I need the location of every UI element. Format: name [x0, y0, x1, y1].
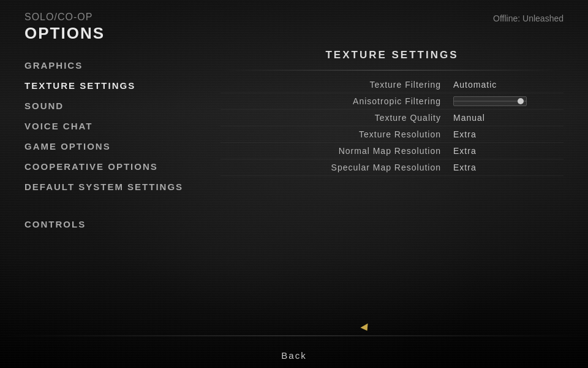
nav-item-controls[interactable]: CONTROLS [24, 214, 221, 234]
label-texture-filtering: Texture Filtering [221, 80, 453, 90]
offline-status: Offline: Unleashed [493, 13, 564, 23]
page-title: OPTIONS [24, 24, 105, 43]
setting-row-specular-map-resolution: Specular Map Resolution Extra [221, 159, 564, 176]
nav-item-cooperative-options[interactable]: COOPERATIVE OPTIONS [24, 156, 221, 177]
slider-thumb [518, 98, 524, 104]
nav-item-default-system-settings[interactable]: DEFAULT SYSTEM SETTINGS [24, 177, 221, 197]
setting-row-anisotropic-filtering: Anisotropic Filtering [221, 93, 564, 110]
value-normal-map-resolution[interactable]: Extra [453, 146, 564, 156]
value-anisotropic-filtering[interactable] [453, 96, 564, 106]
label-texture-resolution: Texture Resolution [221, 129, 453, 139]
solo-coop-label: SOLO/CO-OP [24, 11, 105, 23]
cursor [360, 323, 371, 333]
back-button[interactable]: Back [281, 350, 306, 361]
left-nav: GRAPHICS TEXTURE SETTINGS SOUND VOICE CH… [24, 49, 221, 234]
header: SOLO/CO-OP OPTIONS Offline: Unleashed [0, 0, 588, 43]
panel-divider [221, 70, 564, 71]
nav-item-graphics[interactable]: GRAPHICS [24, 55, 221, 75]
slider-track [454, 101, 526, 102]
panel-title: TEXTURE SETTINGS [221, 49, 564, 61]
nav-item-voice-chat[interactable]: VOICE CHAT [24, 116, 221, 136]
main-area: GRAPHICS TEXTURE SETTINGS SOUND VOICE CH… [0, 49, 588, 234]
label-specular-map-resolution: Specular Map Resolution [221, 163, 453, 172]
value-texture-quality[interactable]: Manual [453, 113, 564, 123]
right-panel: TEXTURE SETTINGS Texture Filtering Autom… [221, 49, 564, 234]
value-texture-resolution[interactable]: Extra [453, 129, 564, 139]
nav-item-texture-settings[interactable]: TEXTURE SETTINGS [24, 75, 221, 96]
setting-row-normal-map-resolution: Normal Map Resolution Extra [221, 143, 564, 159]
setting-row-texture-filtering: Texture Filtering Automatic [221, 77, 564, 93]
setting-row-texture-quality: Texture Quality Manual [221, 110, 564, 126]
title-block: SOLO/CO-OP OPTIONS [24, 11, 105, 43]
anisotropic-slider[interactable] [453, 96, 527, 106]
nav-item-sound[interactable]: SOUND [24, 96, 221, 116]
settings-table: Texture Filtering Automatic Anisotropic … [221, 77, 564, 176]
label-normal-map-resolution: Normal Map Resolution [221, 146, 453, 156]
label-texture-quality: Texture Quality [221, 113, 453, 123]
label-anisotropic-filtering: Anisotropic Filtering [221, 96, 453, 106]
bottom-divider [0, 335, 588, 336]
value-texture-filtering[interactable]: Automatic [453, 80, 564, 90]
value-specular-map-resolution[interactable]: Extra [453, 163, 564, 172]
setting-row-texture-resolution: Texture Resolution Extra [221, 126, 564, 143]
nav-item-game-options[interactable]: GAME OPTIONS [24, 136, 221, 156]
